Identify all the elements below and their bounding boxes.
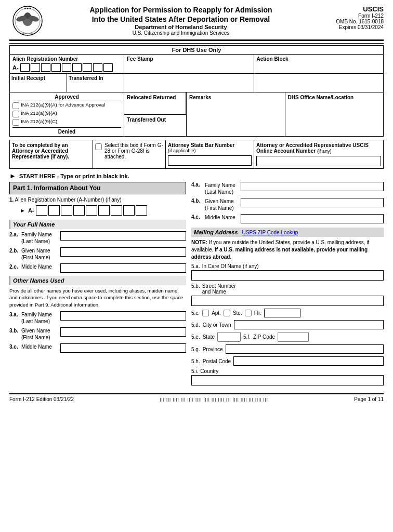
ina-212-a-checkbox[interactable] xyxy=(12,111,19,117)
g28-checkbox[interactable] xyxy=(95,143,102,150)
a-cell-6[interactable] xyxy=(72,63,82,72)
initial-receipt-cell: Initial Receipt xyxy=(10,74,67,92)
apt-row: 5.c. Apt. Ste. Flr. xyxy=(191,309,384,317)
a-cell-1[interactable] xyxy=(20,63,30,72)
attorney-online-input[interactable] xyxy=(256,156,381,166)
ste-checkbox[interactable] xyxy=(224,310,230,316)
field-5i-input[interactable] xyxy=(191,375,384,385)
field-5h-input[interactable] xyxy=(233,356,384,366)
main-content: Part 1. Information About You 1. Alien R… xyxy=(9,182,384,388)
field-3b-row: 3.b. Given Name(First Name) xyxy=(9,327,186,341)
ina-212-c-checkbox[interactable] xyxy=(12,119,19,126)
field-2c-input[interactable] xyxy=(60,263,186,273)
attorney-left: To be completed by an Attorney or Accred… xyxy=(10,140,93,168)
form-info: USCIS Form I-212 OMB No. 1615-0018 Expir… xyxy=(316,5,384,30)
dhs-row2: Initial Receipt Transferred In xyxy=(10,74,383,92)
field-2a-input[interactable] xyxy=(60,231,186,241)
field-5c-group: 5.c. Apt. Ste. Flr. xyxy=(191,309,384,317)
uscis-logo: ★ ★ ★ DEPARTMENT xyxy=(9,5,46,36)
field-4b-input[interactable] xyxy=(241,198,384,207)
field-2c-input-wrap xyxy=(60,263,186,273)
attorney-section: To be completed by an Attorney or Accred… xyxy=(9,140,384,169)
alien-reg-inputs: A- xyxy=(12,63,121,72)
field-5b-input[interactable] xyxy=(191,296,384,306)
flr-checkbox[interactable] xyxy=(245,310,252,316)
p1-a-cell-5[interactable] xyxy=(86,205,97,216)
usps-lookup-link[interactable]: USPS ZIP Code Lookup xyxy=(242,230,298,235)
left-column: Part 1. Information About You 1. Alien R… xyxy=(9,182,186,388)
dhs-box-title: For DHS Use Only xyxy=(10,46,383,55)
field-5d-group: 5.d. City or Town xyxy=(191,320,384,329)
field-2b-input[interactable] xyxy=(60,247,186,257)
svg-text:DEPARTMENT: DEPARTMENT xyxy=(20,32,35,35)
field-4c-input[interactable] xyxy=(241,214,384,223)
field-3c-row: 3.c. Middle Name xyxy=(9,343,186,353)
relocated-out-col: Relocated Returned Transferred Out xyxy=(124,92,187,136)
field-3c-input[interactable] xyxy=(60,343,186,353)
field-3a-input[interactable] xyxy=(60,311,186,321)
dhs-row3: Approved INA 212(a)(9)(A) for Advance Ap… xyxy=(10,92,383,136)
a-number-cells xyxy=(36,205,147,216)
field-5d-input[interactable] xyxy=(234,320,384,329)
field-5b-group: 5.b. Street Numberand Name xyxy=(191,283,384,306)
a-number-row: ► A- xyxy=(20,205,186,216)
a-cell-2[interactable] xyxy=(31,63,40,72)
attorney-online-account: Attorney or Accredited Representative US… xyxy=(254,140,383,168)
dhs-row1: Alien Registration Number A- xyxy=(10,55,383,74)
a-cell-7[interactable] xyxy=(83,63,92,72)
field-5g-input[interactable] xyxy=(226,344,384,354)
p1-a-cell-7[interactable] xyxy=(111,205,122,216)
field-5a-input[interactable] xyxy=(191,270,384,281)
field1-group: 1. Alien Registration Number (A-Number) … xyxy=(9,197,186,216)
a-cell-8[interactable] xyxy=(93,63,102,72)
p1-a-cell-1[interactable] xyxy=(36,205,47,216)
apt-checkbox[interactable] xyxy=(202,310,209,316)
svg-text:★ ★ ★: ★ ★ ★ xyxy=(24,7,32,10)
field-5i-group: 5.i. Country xyxy=(191,368,384,385)
fee-stamp-row2 xyxy=(124,74,254,92)
field-5e-input[interactable] xyxy=(217,332,241,342)
full-name-section: Your Full Name xyxy=(9,220,186,229)
action-block-row2 xyxy=(254,74,384,92)
a-cell-4[interactable] xyxy=(51,63,61,72)
page-footer: Form I-212 Edition 03/21/22 ||| ||| ||||… xyxy=(9,393,384,402)
a-cell-5[interactable] xyxy=(62,63,71,72)
a-cell-9[interactable] xyxy=(103,63,113,72)
apt-number-input[interactable] xyxy=(264,309,300,317)
field-5a-group: 5.a. In Care Of Name (if any) xyxy=(191,263,384,281)
other-names-section: Other Names Used xyxy=(9,276,186,285)
action-block-cell: Action Block xyxy=(254,55,384,73)
p1-a-cell-6[interactable] xyxy=(98,205,110,216)
p1-a-cell-8[interactable] xyxy=(123,205,135,216)
page-number: Page 1 of 11 xyxy=(354,396,384,402)
field-2b-input-wrap xyxy=(60,247,186,257)
page-header: ★ ★ ★ DEPARTMENT Application for Permiss… xyxy=(9,5,384,36)
attorney-bar-number: Attorney State Bar Number (if applicable… xyxy=(166,140,254,168)
field-4b-row: 4.b. Given Name(First Name) xyxy=(191,198,384,211)
attorney-bar-input[interactable] xyxy=(168,155,252,166)
p1-a-cell-3[interactable] xyxy=(61,205,72,216)
p1-a-cell-9[interactable] xyxy=(136,205,147,216)
a-number-arrow: ► xyxy=(20,207,25,214)
other-names-text: Provide all other names you have ever us… xyxy=(9,287,186,308)
transferred-in-cell: Transferred In xyxy=(67,74,124,92)
field-4a-wrap xyxy=(241,182,384,191)
document-title: Application for Permission to Reapply fo… xyxy=(46,5,316,36)
attorney-middle: Select this box if Form G-28 or Form G-2… xyxy=(93,140,166,168)
field-3b-input[interactable] xyxy=(60,327,186,337)
a-cell-3[interactable] xyxy=(41,63,50,72)
field-4c-row: 4.c. Middle Name xyxy=(191,214,384,223)
field-5e-5f-group: 5.e. State 5.f. ZIP Code xyxy=(191,332,384,342)
field-4a-row: 4.a. Family Name(Last Name) xyxy=(191,182,384,195)
p1-a-cell-4[interactable] xyxy=(73,205,85,216)
field-3c-input-wrap xyxy=(60,343,186,353)
p1-a-cell-2[interactable] xyxy=(48,205,60,216)
field-2a-row: 2.a. Family Name(Last Name) xyxy=(9,231,186,245)
part1-header: Part 1. Information About You xyxy=(9,182,186,194)
ina-212-advance-checkbox[interactable] xyxy=(12,102,19,109)
ina-212-c-checkbox-row: INA 212(a)(9)(C) xyxy=(12,118,121,126)
field-5f-input[interactable] xyxy=(278,332,309,342)
approved-col: Approved INA 212(a)(9)(A) for Advance Ap… xyxy=(10,92,124,136)
field-4a-input[interactable] xyxy=(241,182,384,191)
field-2a-input-wrap xyxy=(60,231,186,241)
